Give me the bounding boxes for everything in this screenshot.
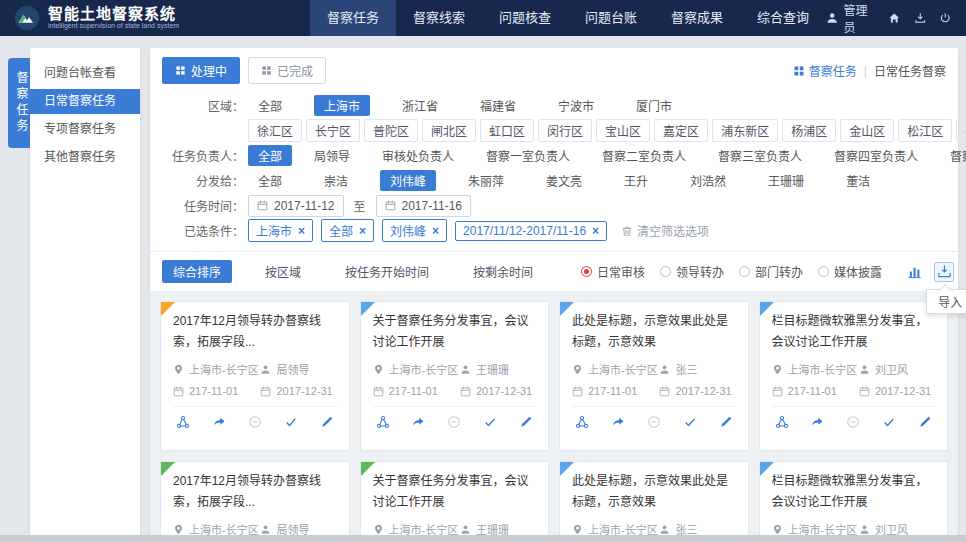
task-card[interactable]: 栏目标题微软雅黑分发事宜，会议讨论工作开展 上海市-长宁区 (759, 301, 949, 451)
region-option[interactable]: 厦门市 (626, 95, 682, 116)
top-nav-item[interactable]: 督察任务 (310, 0, 396, 36)
district-chip[interactable]: 闸北区 (422, 119, 476, 142)
forward-icon[interactable] (411, 415, 425, 429)
owner-option[interactable]: 督察四室负责人 (824, 145, 928, 166)
assignee-option[interactable]: 姜文亮 (536, 170, 592, 191)
assignee-option[interactable]: 朱丽萍 (458, 170, 514, 191)
import-button[interactable]: 导入 (934, 262, 954, 282)
module-vertical-tab[interactable]: 督察任务 (8, 58, 30, 148)
sort-option[interactable]: 按区域 (254, 260, 312, 283)
region-option[interactable]: 全部 (248, 95, 292, 116)
task-card[interactable]: 此处是标题，示意效果此处是标题，示意效果 上海市-长宁区 (559, 461, 749, 542)
sort-option[interactable]: 综合排序 (162, 260, 232, 283)
task-card[interactable]: 2017年12月领导转办督察线索，拓展字段... 上海市-长宁区 (160, 301, 350, 451)
edit-pencil-icon[interactable] (918, 415, 932, 429)
top-nav-item[interactable]: 问题核查 (482, 0, 568, 36)
status-tab[interactable]: 已完成 (248, 57, 326, 84)
task-card[interactable]: 栏目标题微软雅黑分发事宜，会议讨论工作开展 上海市-长宁区 (759, 461, 949, 542)
task-card[interactable]: 此处是标题，示意效果此处是标题，示意效果 上海市-长宁区 (559, 301, 749, 451)
district-chip[interactable]: 松江区 (898, 119, 952, 142)
remove-tag-icon[interactable]: × (359, 225, 366, 237)
assignee-option[interactable]: 王珊珊 (758, 170, 814, 191)
district-chip[interactable]: 长宁区 (306, 119, 360, 142)
district-chip[interactable]: 浦东新区 (712, 119, 778, 142)
sidebar-item[interactable]: 日常督察任务 (30, 89, 140, 114)
statistics-button[interactable] (904, 262, 924, 282)
owner-option[interactable]: 全部 (248, 145, 292, 166)
forward-icon[interactable] (611, 415, 625, 429)
district-chip[interactable]: 闵行区 (538, 119, 592, 142)
home-icon[interactable] (888, 11, 901, 25)
district-chip[interactable]: 杨浦区 (782, 119, 836, 142)
assignee-option[interactable]: 董洁 (836, 170, 880, 191)
sidebar-item[interactable]: 专项督察任务 (30, 117, 140, 142)
edit-pencil-icon[interactable] (320, 415, 334, 429)
owner-option[interactable]: 督察二室负责人 (592, 145, 696, 166)
region-option[interactable]: 上海市 (314, 95, 370, 116)
date-from-input[interactable]: 2017-11-12 (248, 195, 344, 217)
suspend-icon[interactable] (647, 415, 661, 429)
assignee-option[interactable]: 全部 (248, 170, 292, 191)
region-option[interactable]: 浙江省 (392, 95, 448, 116)
top-nav-item[interactable]: 督察线索 (396, 0, 482, 36)
transfer-share-icon[interactable] (176, 415, 190, 429)
suspend-icon[interactable] (846, 415, 860, 429)
category-radio[interactable]: 媒体披露 (818, 263, 882, 280)
sort-option[interactable]: 按任务开始时间 (334, 260, 440, 283)
task-card[interactable]: 关于督察任务分发事宜，会议讨论工作开展 上海市-长宁区 (360, 461, 550, 542)
forward-icon[interactable] (212, 415, 226, 429)
district-chip[interactable]: 普陀区 (364, 119, 418, 142)
transfer-share-icon[interactable] (575, 415, 589, 429)
owner-option[interactable]: 督察三室负责人 (708, 145, 812, 166)
task-card[interactable]: 关于督察任务分发事宜，会议讨论工作开展 上海市-长宁区 (360, 301, 550, 451)
district-chip[interactable]: 金山区 (840, 119, 894, 142)
edit-pencil-icon[interactable] (719, 415, 733, 429)
date-to-input[interactable]: 2017-11-16 (376, 195, 472, 217)
district-chip[interactable]: 虹口区 (480, 119, 534, 142)
sidebar-item[interactable]: 其他督察任务 (30, 145, 140, 170)
district-chip[interactable]: 徐汇区 (248, 119, 302, 142)
approve-check-icon[interactable] (483, 415, 497, 429)
assignee-option[interactable]: 刘浩然 (680, 170, 736, 191)
owner-option[interactable]: 局领导 (304, 145, 360, 166)
owner-option[interactable]: 督察一室负责人 (476, 145, 580, 166)
suspend-icon[interactable] (248, 415, 262, 429)
owner-option[interactable]: 审核处负责人 (372, 145, 464, 166)
logout-power-icon[interactable] (939, 11, 952, 25)
region-option[interactable]: 福建省 (470, 95, 526, 116)
category-radio[interactable]: 日常审核 (581, 263, 645, 280)
task-card[interactable]: 2017年12月领导转办督察线索，拓展字段... 上海市-长宁区 (160, 461, 350, 542)
user-menu[interactable]: 管理员 (826, 1, 875, 35)
remove-tag-icon[interactable]: × (298, 225, 305, 237)
approve-check-icon[interactable] (284, 415, 298, 429)
remove-tag-icon[interactable]: × (592, 225, 599, 237)
district-chip[interactable]: 奉贤区 (956, 119, 966, 142)
top-nav-item[interactable]: 督察成果 (654, 0, 740, 36)
assignee-option[interactable]: 王升 (614, 170, 658, 191)
sort-option[interactable]: 按剩余时间 (462, 260, 544, 283)
breadcrumb-root[interactable]: 督察任务 (793, 62, 857, 79)
assignee-option[interactable]: 刘伟峰 (380, 170, 436, 191)
approve-check-icon[interactable] (683, 415, 697, 429)
top-nav-item[interactable]: 综合查询 (740, 0, 826, 36)
district-chip[interactable]: 宝山区 (596, 119, 650, 142)
region-option[interactable]: 宁波市 (548, 95, 604, 116)
transfer-share-icon[interactable] (376, 415, 390, 429)
edit-pencil-icon[interactable] (519, 415, 533, 429)
category-radio[interactable]: 领导转办 (660, 263, 724, 280)
download-icon[interactable] (914, 11, 927, 25)
district-chip[interactable]: 嘉定区 (654, 119, 708, 142)
category-radio[interactable]: 部门转办 (739, 263, 803, 280)
owner-option[interactable]: 督察五室负责人 (940, 145, 966, 166)
transfer-share-icon[interactable] (775, 415, 789, 429)
clear-filters-button[interactable]: 清空筛选选项 (621, 222, 709, 239)
suspend-icon[interactable] (447, 415, 461, 429)
approve-check-icon[interactable] (882, 415, 896, 429)
remove-tag-icon[interactable]: × (432, 225, 439, 237)
forward-icon[interactable] (810, 415, 824, 429)
sidebar-item[interactable]: 问题台帐查看 (30, 61, 140, 86)
status-tab[interactable]: 处理中 (162, 57, 240, 84)
top-nav-item[interactable]: 问题台账 (568, 0, 654, 36)
assignee-option[interactable]: 崇洁 (314, 170, 358, 191)
horizontal-scrollbar[interactable] (0, 535, 966, 542)
